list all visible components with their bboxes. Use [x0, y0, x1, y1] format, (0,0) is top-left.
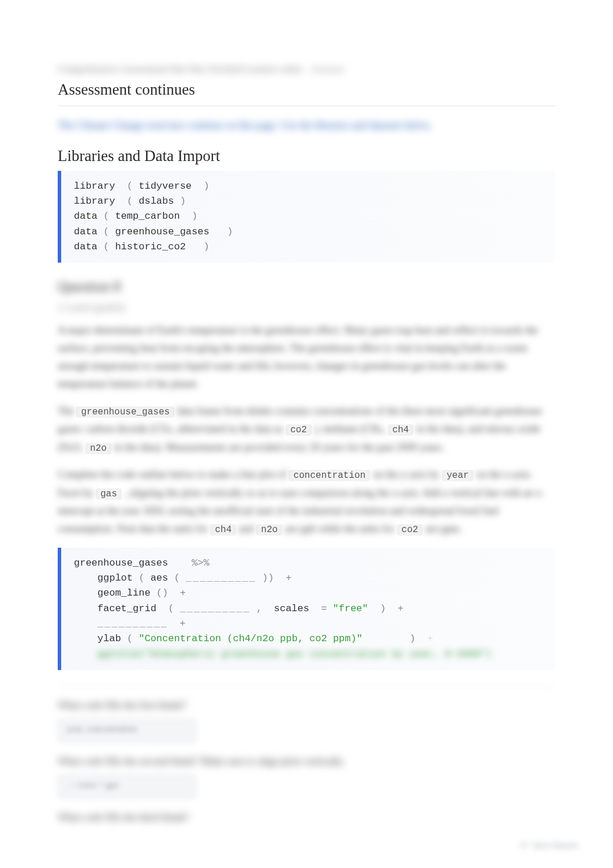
chip-co2-2nd: co2	[397, 524, 423, 536]
fn-geom-line: geom_line	[98, 588, 151, 598]
prompt-1: What code fills the first blank?	[58, 699, 555, 712]
chip-ch4: ch4	[388, 424, 414, 436]
meta-title: Comprehensive Assessment Part One (Verif…	[58, 63, 302, 75]
arg-temp-carbon: temp_carbon	[115, 211, 180, 222]
meta-tag: | External	[310, 65, 343, 74]
chip-gas: gas	[96, 488, 122, 500]
fn-library: library	[74, 181, 115, 192]
check-icon: ✔	[521, 840, 528, 851]
answer-input-2[interactable]: . ~ rows = gas	[58, 775, 196, 799]
answer-input-1[interactable]: year, concentration	[58, 719, 196, 743]
chip-co2: co2	[286, 424, 312, 436]
paragraph-overview: A major determinant of Earth's temperatu…	[58, 321, 555, 393]
fn-aes: aes	[151, 573, 169, 583]
chip-concentration: concentration	[289, 470, 370, 481]
divider	[58, 686, 555, 687]
prompt-2: What code fills the second blank? Make s…	[58, 755, 555, 768]
meta-row: Comprehensive Assessment Part One (Verif…	[58, 63, 555, 75]
blank-2: __________	[180, 603, 251, 614]
para1-text: A major determinant of Earth's temperatu…	[58, 324, 538, 390]
fn-data: data	[74, 241, 98, 252]
fn-library: library	[74, 196, 115, 207]
chip-n2o-2nd: n2o	[256, 524, 282, 536]
chip-ch4-2nd: ch4	[210, 524, 236, 536]
arg-historic-co2: historic_co2	[115, 241, 185, 252]
arg-greenhouse-gases: greenhouse_gases	[115, 226, 209, 237]
blank-1: __________	[186, 573, 256, 583]
divider	[58, 106, 555, 106]
chip-year: year	[442, 470, 473, 481]
arg-dslabs: dslabs	[139, 196, 174, 207]
chip-greenhouse-gases: greenhouse_gases	[76, 406, 174, 418]
blank-3: __________	[98, 618, 168, 629]
str-free: "free"	[333, 603, 368, 614]
fn-data: data	[74, 226, 98, 237]
libraries-heading: Libraries and Data Import	[58, 147, 555, 165]
fn-ylab: ylab	[98, 633, 121, 644]
paragraph-instructions: Complete the code outline below to make …	[58, 466, 555, 538]
code-block-plot: greenhouse_gases %>% ggplot ( aes ( ____…	[58, 548, 555, 670]
arg-scales: scales	[274, 603, 309, 614]
str-ylab: "Concentration (ch4/n2o ppb, co2 ppm)"	[139, 633, 362, 644]
prompt-3: What code fills the third blank?	[58, 811, 555, 824]
op-pipe: %>%	[192, 558, 210, 568]
code-block-setup: library ( tidyverse ) library ( dslabs )…	[58, 171, 555, 263]
ggtitle-faint: ggtitle("Atmospheric greenhouse gas conc…	[98, 649, 492, 660]
fn-data: data	[74, 211, 98, 222]
document-page: Comprehensive Assessment Part One (Verif…	[0, 0, 613, 868]
fn-facet-grid: facet_grid	[98, 603, 156, 614]
arg-tidyverse: tidyverse	[139, 181, 192, 192]
chip-n2o: n2o	[85, 443, 111, 454]
points-label: 1/1 point (graded)	[58, 300, 555, 316]
intro-note: The Climate Change exercises continue on…	[58, 117, 555, 134]
save-note: ✔ ✔ Save Answer Save Answer	[521, 840, 578, 851]
section-title: Assessment continues	[58, 81, 555, 99]
question-heading: Question 8	[58, 279, 555, 295]
fn-ggplot: ggplot	[98, 573, 133, 583]
paragraph-dataset: The greenhouse_gases data frame from dsl…	[58, 402, 555, 457]
id-greenhouse-gases: greenhouse_gases	[74, 558, 168, 568]
